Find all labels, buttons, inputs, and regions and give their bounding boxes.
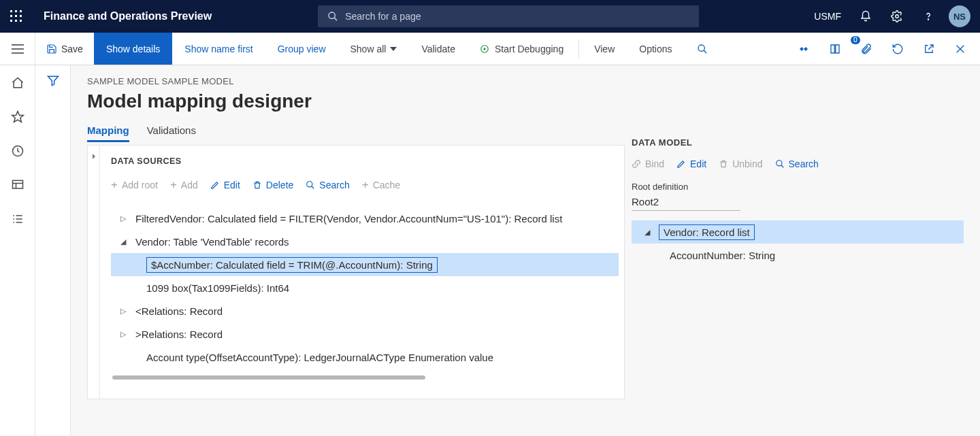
show-all-dropdown[interactable]: Show all	[338, 33, 410, 65]
tree-label: Vendor: Table 'VendTable' records	[135, 236, 289, 248]
link-icon[interactable]	[792, 37, 815, 61]
save-label: Save	[61, 44, 83, 54]
expand-icon[interactable]: ▷	[118, 330, 129, 339]
hamburger-icon[interactable]	[0, 33, 35, 65]
edit-button[interactable]: Edit	[210, 180, 240, 190]
trash-icon	[719, 159, 728, 169]
tree-label: <Relations: Record	[135, 305, 223, 317]
svg-point-9	[329, 12, 335, 18]
favorites-icon[interactable]	[10, 109, 26, 125]
options-menu[interactable]: Options	[627, 33, 684, 65]
collapse-icon[interactable]: ◢	[641, 228, 653, 237]
tree-row-acc-number[interactable]: $AccNumber: Calculated field = TRIM(@.Ac…	[111, 253, 619, 276]
attachments-button[interactable]: 0	[855, 37, 878, 61]
global-search[interactable]	[318, 5, 699, 27]
tree-row-account-type[interactable]: Account type(OffsetAccountType): LedgerJ…	[111, 346, 619, 369]
pencil-icon	[676, 159, 686, 169]
horizontal-scrollbar[interactable]	[112, 375, 425, 380]
search-icon	[327, 11, 338, 22]
notifications-icon[interactable]	[855, 5, 877, 27]
tree-row-vendor[interactable]: ◢ Vendor: Table 'VendTable' records	[111, 230, 619, 253]
left-rail	[0, 65, 35, 436]
tree-row-1099[interactable]: 1099 box(Tax1099Fields): Int64	[111, 276, 619, 299]
search-page-button[interactable]	[685, 33, 720, 65]
tree-row-lt-relations[interactable]: ▷ <Relations: Record	[111, 299, 619, 322]
collapse-icon[interactable]: ◢	[118, 237, 129, 246]
dm-label: Vendor: Record list	[664, 227, 750, 238]
svg-point-36	[776, 161, 781, 166]
book-icon[interactable]	[823, 37, 847, 61]
settings-icon[interactable]	[886, 5, 908, 27]
save-icon	[46, 44, 57, 54]
tree-label: $AccNumber: Calculated field = TRIM(@.Ac…	[151, 259, 433, 271]
svg-marker-22	[12, 112, 23, 122]
trash-icon	[252, 180, 262, 190]
tree-row-filtered-vendor[interactable]: ▷ FilteredVendor: Calculated field = FIL…	[111, 207, 619, 230]
show-name-first-button[interactable]: Show name first	[172, 33, 265, 65]
badge-count: 0	[851, 36, 860, 44]
root-definition-label: Root definition	[632, 182, 964, 192]
tree-label: 1099 box(Tax1099Fields): Int64	[146, 282, 289, 294]
dm-search-button[interactable]: Search	[775, 158, 819, 169]
app-launcher-icon[interactable]	[0, 10, 33, 22]
svg-rect-6	[10, 20, 12, 22]
data-model-section-title: DATA MODEL	[632, 137, 964, 148]
ds-search-button[interactable]: Search	[306, 180, 349, 190]
workspaces-icon[interactable]	[10, 177, 26, 193]
dm-edit-button[interactable]: Edit	[676, 158, 706, 169]
data-sources-section-title: DATA SOURCES	[111, 156, 619, 166]
divider	[578, 39, 579, 58]
root-definition-value[interactable]: Root2	[632, 196, 740, 211]
expand-icon[interactable]: ▷	[118, 214, 129, 223]
app-title: Finance and Operations Preview	[33, 10, 223, 22]
dm-row-vendor[interactable]: ◢ Vendor: Record list	[632, 220, 964, 244]
svg-marker-33	[93, 154, 95, 159]
search-icon	[697, 44, 708, 54]
view-menu[interactable]: View	[582, 33, 627, 65]
start-debugging-button[interactable]: Start Debugging	[468, 33, 576, 65]
dm-row-account-number[interactable]: AccountNumber: String	[632, 244, 964, 267]
tree-label: FilteredVendor: Calculated field = FILTE…	[135, 213, 562, 224]
svg-rect-2	[20, 10, 22, 12]
svg-line-35	[312, 186, 314, 189]
modules-icon[interactable]	[10, 211, 26, 227]
refresh-icon[interactable]	[886, 37, 909, 61]
save-button[interactable]: Save	[35, 33, 94, 65]
group-view-button[interactable]: Group view	[265, 33, 338, 65]
svg-point-34	[307, 182, 312, 187]
user-avatar[interactable]: NS	[949, 5, 970, 27]
tab-validations[interactable]: Validations	[147, 124, 196, 142]
svg-rect-1	[15, 10, 17, 12]
svg-rect-8	[20, 20, 22, 22]
dm-label: AccountNumber: String	[670, 250, 775, 261]
home-icon[interactable]	[10, 75, 26, 91]
svg-line-10	[334, 18, 337, 20]
bind-button[interactable]: Bind	[632, 158, 664, 169]
tab-mapping[interactable]: Mapping	[87, 124, 129, 142]
close-icon[interactable]	[949, 37, 972, 61]
validate-button[interactable]: Validate	[409, 33, 468, 65]
tree-row-gt-relations[interactable]: ▷ >Relations: Record	[111, 322, 619, 346]
recent-icon[interactable]	[10, 143, 26, 159]
unbind-button[interactable]: Unbind	[719, 158, 762, 169]
svg-rect-4	[15, 15, 17, 17]
popout-icon[interactable]	[917, 37, 941, 61]
help-icon[interactable]	[917, 5, 939, 27]
cache-button[interactable]: +Cache	[362, 178, 400, 192]
page-title: Model mapping designer	[87, 90, 632, 112]
page-body: SAMPLE MODEL SAMPLE MODEL Model mapping …	[0, 65, 980, 436]
panel-gripper[interactable]	[88, 146, 100, 399]
data-sources-panel: DATA SOURCES +Add root +Add Edit Delete	[87, 145, 625, 399]
filter-strip	[35, 65, 71, 436]
legal-entity[interactable]: USMF	[810, 11, 845, 22]
delete-button[interactable]: Delete	[252, 180, 293, 190]
expand-icon[interactable]: ▷	[118, 307, 129, 316]
tree-label: Account type(OffsetAccountType): LedgerJ…	[146, 352, 493, 363]
global-search-input[interactable]	[345, 11, 689, 22]
show-details-button[interactable]: Show details	[94, 33, 172, 65]
add-button[interactable]: +Add	[170, 178, 198, 192]
svg-rect-3	[10, 15, 12, 17]
svg-point-12	[928, 19, 928, 20]
filter-icon[interactable]	[46, 73, 60, 436]
add-root-button[interactable]: +Add root	[111, 178, 158, 192]
